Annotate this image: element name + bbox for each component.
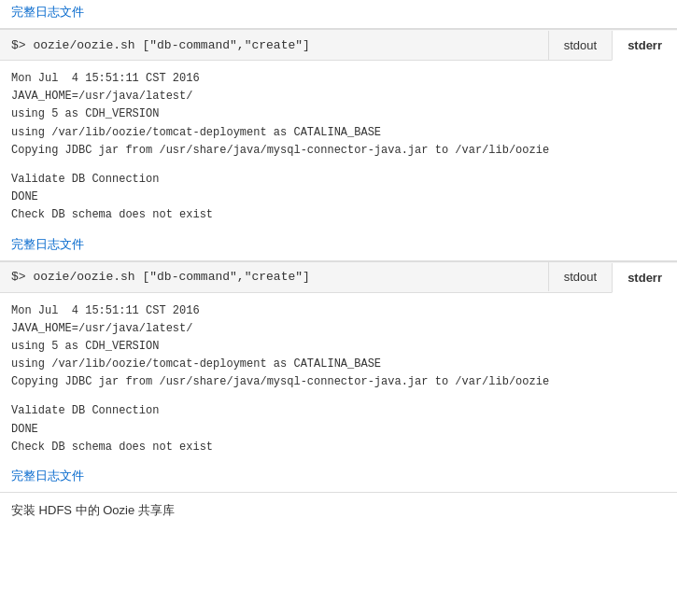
tab-stderr-1[interactable]: stderr	[612, 31, 677, 61]
log-line-1-3: using /var/lib/oozie/tomcat-deployment a…	[11, 124, 666, 142]
full-log-link-1: 完整日志文件	[0, 234, 677, 260]
log-line-1-2: using 5 as CDH_VERSION	[11, 105, 666, 123]
log-line-2-6: Validate DB Connection	[11, 402, 666, 420]
log-line-2-1: JAVA_HOME=/usr/java/latest/	[11, 320, 666, 338]
log-line-2-2: using 5 as CDH_VERSION	[11, 338, 666, 356]
log-line-1-6: Validate DB Connection	[11, 171, 666, 189]
tab-stdout-1[interactable]: stdout	[548, 31, 612, 60]
command-label-2: $> oozie/oozie.sh ["db-command","create"…	[0, 262, 548, 291]
full-log-anchor-2[interactable]: 完整日志文件	[11, 469, 84, 483]
log-line-2-8: Check DB schema does not exist	[11, 439, 666, 456]
log-line-2-3: using /var/lib/oozie/tomcat-deployment a…	[11, 356, 666, 373]
log-line-2-4: Copying JDBC jar from /usr/share/java/my…	[11, 373, 666, 391]
bottom-text: 安装 HDFS 中的 Oozie 共享库	[0, 493, 677, 528]
log-content-1: Mon Jul 4 15:51:11 CST 2016 JAVA_HOME=/u…	[0, 61, 677, 234]
top-link: 完整日志文件	[0, 0, 677, 28]
command-label-1: $> oozie/oozie.sh ["db-command","create"…	[0, 31, 548, 60]
command-header-1: $> oozie/oozie.sh ["db-command","create"…	[0, 29, 677, 61]
full-log-link-2: 完整日志文件	[0, 466, 677, 492]
full-log-anchor-1[interactable]: 完整日志文件	[11, 237, 84, 251]
tab-stderr-2[interactable]: stderr	[612, 263, 677, 293]
tab-stdout-2[interactable]: stdout	[548, 262, 612, 291]
top-full-log-link[interactable]: 完整日志文件	[11, 5, 84, 19]
log-line-2-0: Mon Jul 4 15:51:11 CST 2016	[11, 302, 666, 320]
command-header-2: $> oozie/oozie.sh ["db-command","create"…	[0, 261, 677, 293]
log-line-2-7: DONE	[11, 421, 666, 439]
command-block-2: $> oozie/oozie.sh ["db-command","create"…	[0, 261, 677, 494]
log-line-1-0: Mon Jul 4 15:51:11 CST 2016	[11, 70, 666, 88]
command-block-1: $> oozie/oozie.sh ["db-command","create"…	[0, 29, 677, 261]
log-line-1-1: JAVA_HOME=/usr/java/latest/	[11, 88, 666, 105]
log-line-1-7: DONE	[11, 189, 666, 206]
log-line-2-5	[11, 391, 666, 402]
log-line-1-5	[11, 160, 666, 171]
log-line-1-4: Copying JDBC jar from /usr/share/java/my…	[11, 142, 666, 160]
log-line-1-8: Check DB schema does not exist	[11, 206, 666, 224]
command-blocks: $> oozie/oozie.sh ["db-command","create"…	[0, 29, 677, 493]
log-content-2: Mon Jul 4 15:51:11 CST 2016 JAVA_HOME=/u…	[0, 293, 677, 467]
